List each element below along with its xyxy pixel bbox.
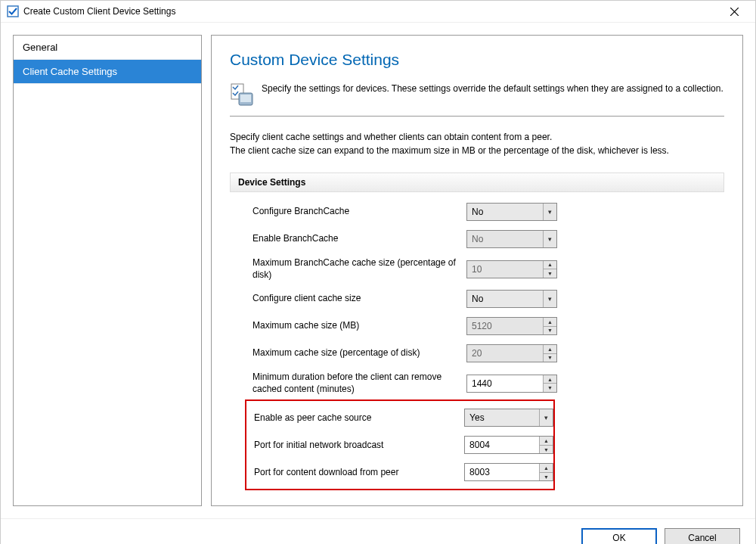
setting-label: Port for initial network broadcast bbox=[254, 440, 458, 452]
spinner-arrows: ▲▼ bbox=[543, 318, 556, 334]
setting-label: Minimum duration before the client can r… bbox=[253, 371, 460, 395]
settings-body: Configure BranchCacheNo▾Enable BranchCac… bbox=[230, 198, 724, 490]
setting-row: Maximum cache size (percentage of disk)2… bbox=[253, 340, 721, 367]
spinner-control: 10▲▼ bbox=[466, 260, 557, 278]
setting-label: Maximum cache size (MB) bbox=[253, 320, 460, 332]
setting-row: Enable BranchCacheNo▾ bbox=[253, 225, 721, 253]
spinner-arrows: ▲▼ bbox=[543, 345, 556, 362]
sidebar-item-client-cache-settings[interactable]: Client Cache Settings bbox=[14, 60, 201, 84]
spinner-down-icon: ▼ bbox=[544, 269, 556, 278]
control-value: 8004 bbox=[465, 437, 539, 453]
setting-row: Minimum duration before the client can r… bbox=[253, 367, 721, 399]
close-button[interactable] bbox=[719, 1, 749, 22]
spinner-arrows: ▲▼ bbox=[543, 261, 556, 278]
spinner-up-icon[interactable]: ▲ bbox=[544, 375, 556, 384]
spinner-up-icon[interactable]: ▲ bbox=[540, 464, 553, 473]
control-value: 1440 bbox=[467, 375, 543, 392]
spinner-down-icon[interactable]: ▼ bbox=[544, 384, 556, 392]
setting-label: Enable as peer cache source bbox=[254, 412, 458, 424]
dropdown-control[interactable]: Yes▾ bbox=[464, 409, 553, 427]
window-title: Create Custom Client Device Settings bbox=[23, 6, 719, 17]
description-row: Specify the settings for devices. These … bbox=[230, 82, 724, 107]
spinner-down-icon: ▼ bbox=[544, 354, 556, 362]
spinner-up-icon: ▲ bbox=[544, 345, 556, 354]
control-value: No bbox=[467, 204, 543, 220]
control-value: 8003 bbox=[465, 464, 539, 480]
dialog-window: Create Custom Client Device Settings Gen… bbox=[0, 0, 756, 544]
setting-row: Configure client cache sizeNo▾ bbox=[253, 285, 721, 312]
app-icon bbox=[7, 5, 19, 17]
section-header: Device Settings bbox=[230, 173, 724, 192]
spinner-up-icon: ▲ bbox=[544, 318, 556, 327]
help-line-2: The client cache size can expand to the … bbox=[230, 144, 724, 157]
chevron-down-icon[interactable]: ▾ bbox=[539, 409, 553, 426]
setting-label: Maximum cache size (percentage of disk) bbox=[253, 347, 460, 359]
setting-row: Configure BranchCacheNo▾ bbox=[253, 198, 721, 225]
spinner-control: 5120▲▼ bbox=[466, 317, 557, 335]
control-value: 20 bbox=[467, 345, 543, 362]
dropdown-control[interactable]: No▾ bbox=[466, 290, 557, 308]
content-area: GeneralClient Cache Settings Custom Devi… bbox=[1, 23, 755, 518]
spinner-down-icon[interactable]: ▼ bbox=[540, 446, 553, 454]
spinner-down-icon[interactable]: ▼ bbox=[540, 473, 553, 481]
footer: OK Cancel bbox=[1, 518, 755, 544]
setting-label: Maximum BranchCache cache size (percenta… bbox=[253, 257, 460, 281]
setting-label: Configure client cache size bbox=[253, 293, 460, 305]
spinner-control[interactable]: 1440▲▼ bbox=[466, 375, 557, 393]
control-value: 10 bbox=[467, 261, 543, 278]
titlebar: Create Custom Client Device Settings bbox=[1, 1, 755, 23]
spinner-up-icon: ▲ bbox=[544, 261, 556, 270]
setting-row: Port for initial network broadcast8004▲▼ bbox=[254, 431, 553, 459]
divider bbox=[230, 116, 724, 117]
sidebar: GeneralClient Cache Settings bbox=[13, 35, 202, 506]
chevron-down-icon: ▾ bbox=[543, 231, 556, 247]
sidebar-item-general[interactable]: General bbox=[14, 36, 201, 60]
setting-row: Maximum cache size (MB)5120▲▼ bbox=[253, 312, 721, 340]
setting-row: Port for content download from peer8003▲… bbox=[254, 459, 553, 486]
setting-row: Enable as peer cache sourceYes▾ bbox=[254, 404, 553, 431]
setting-row: Maximum BranchCache cache size (percenta… bbox=[253, 253, 721, 285]
spinner-down-icon: ▼ bbox=[544, 327, 556, 335]
spinner-control: 20▲▼ bbox=[466, 344, 557, 362]
spinner-arrows[interactable]: ▲▼ bbox=[539, 437, 553, 453]
spinner-up-icon[interactable]: ▲ bbox=[540, 437, 553, 446]
control-value: Yes bbox=[465, 409, 539, 426]
chevron-down-icon[interactable]: ▾ bbox=[543, 204, 556, 220]
page-title: Custom Device Settings bbox=[230, 51, 724, 69]
spinner-control[interactable]: 8004▲▼ bbox=[464, 436, 553, 454]
setting-label: Configure BranchCache bbox=[253, 206, 460, 218]
cancel-button[interactable]: Cancel bbox=[665, 528, 740, 544]
svg-rect-3 bbox=[240, 95, 251, 102]
spinner-arrows[interactable]: ▲▼ bbox=[543, 375, 556, 392]
main-panel: Custom Device Settings Specify the setti… bbox=[211, 35, 743, 506]
chevron-down-icon[interactable]: ▾ bbox=[543, 291, 556, 307]
help-text: Specify client cache settings and whethe… bbox=[230, 130, 724, 157]
control-value: No bbox=[467, 291, 543, 307]
spinner-control[interactable]: 8003▲▼ bbox=[464, 463, 553, 481]
setting-label: Enable BranchCache bbox=[253, 233, 460, 245]
dropdown-control: No▾ bbox=[466, 230, 557, 248]
description-text: Specify the settings for devices. These … bbox=[262, 82, 723, 95]
ok-button[interactable]: OK bbox=[581, 528, 657, 544]
setting-label: Port for content download from peer bbox=[254, 467, 458, 479]
dropdown-control[interactable]: No▾ bbox=[466, 203, 557, 221]
help-line-1: Specify client cache settings and whethe… bbox=[230, 130, 724, 144]
spinner-arrows[interactable]: ▲▼ bbox=[539, 464, 553, 480]
control-value: No bbox=[467, 231, 543, 247]
control-value: 5120 bbox=[467, 318, 543, 334]
settings-checklist-icon bbox=[230, 82, 254, 107]
highlight-box: Enable as peer cache sourceYes▾Port for … bbox=[245, 399, 555, 490]
